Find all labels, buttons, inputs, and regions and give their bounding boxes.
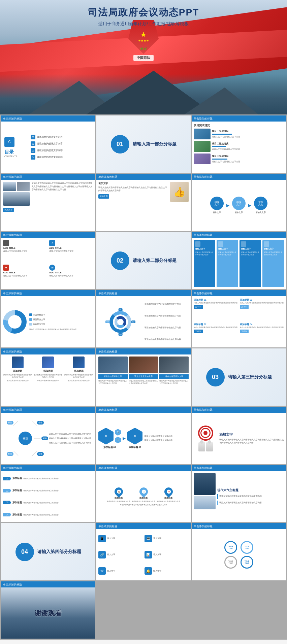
slide-23-icons: 单击添加的标题 📱 输入文字 💻 输入文字 🔗 输入文字 📊 输入文字	[96, 523, 191, 580]
toc-item-3: 03 请添加您的想法文字内容	[31, 148, 93, 153]
slide-9-four-boxes: 单击添加的标题 请输入文字 请输入文字内容请输入文字内容请输入文字 请输入文字 …	[192, 232, 286, 289]
part-04-title: 请输入第四部分分标题	[37, 549, 81, 555]
slide-2-part01: 01 请输入第一部分分标题	[96, 115, 191, 173]
slide-14-three-img: 单击添加的标题 请点击这里添加文字 请输入文字内容请输入文字内容请输入文字内容请…	[96, 348, 191, 406]
part-04-number: 04	[15, 543, 34, 561]
slide-11-spiral: 单击添加的标题 01 02 03 04 请添加您的文	[96, 290, 191, 347]
slide-22-part04: 04 请输入第四部分分标题	[1, 523, 95, 580]
watermark-section: Crit YouR Text	[0, 640, 287, 644]
part-02-number: 02	[111, 251, 129, 270]
slide-1-header: 单击添加的标题	[1, 115, 95, 122]
slide-8-part02: 02 请输入第二部分分标题	[96, 232, 191, 289]
hero-subtitle: 适用于商务通用新年计划/工作汇报/述职等模板	[98, 21, 188, 27]
toc-item-1: 01 请添加您的想法文字内容	[31, 135, 93, 139]
slide-1-header-text: 单击添加的标题	[3, 117, 22, 121]
slide-7-social: 单击添加的标题 ⋯ ADD TITLE 请输入文字内容请输入文字 ↗ ADD T…	[1, 232, 95, 289]
toc-title: 目录	[4, 149, 29, 155]
part-02-title: 请输入第二部分分标题	[133, 258, 177, 264]
slide-16-mindmap: 单击添加的标题 标签 标签 标签	[1, 407, 95, 464]
toc-subtitle: CONTENTS	[4, 155, 29, 158]
mountains-bg	[0, 74, 287, 114]
slide-4-ship: 单击添加的标题 填加文字 请输入文字内容请输入文字内容请输入文字内容请输入文字内…	[1, 174, 95, 231]
toc-item-2: 02 请添加您的想法文字内容	[31, 141, 93, 146]
emblem-text: 中国司法	[133, 55, 154, 61]
slide-grid: 单击添加的标题 C 目录 CONTENTS 01 请添加您的想法文字内容 02 …	[0, 114, 287, 640]
slide-25-thanks: 单击添加的标题 谢谢观看	[1, 581, 95, 639]
slide-13-cards: 单击添加的标题 添加标题 添加文本主体请添加您的文字内容请添加您的文字内容 添加…	[1, 348, 95, 406]
slide-1-body: C 目录 CONTENTS 01 请添加您的想法文字内容 02 请添加您的想法文…	[1, 122, 95, 173]
hero-title: 司法局政府会议动态PPT	[88, 6, 199, 19]
part-01-number: 01	[111, 135, 129, 154]
part-01-title: 请输入第一部分分标题	[133, 141, 177, 147]
watermark-text: Crit YouR Text	[76, 643, 211, 644]
slide-5-columns: 单击添加的标题 填加文字 请输入您的文字内容请输入您的文字内容请输入您的文字内容…	[96, 174, 191, 231]
slide-20-arrows: 单击添加的标题 🏠 添加标题 单击添加入文本单击添加入文本 📄	[96, 465, 191, 522]
hero-section: 司法局政府会议动态PPT 适用于商务通用新年计划/工作汇报/述职等模板 ★ ★★…	[0, 0, 287, 114]
slide-24-your-text: 单击添加的标题 YOURTEXT YOURTEXT YOURTEXT	[192, 523, 286, 580]
slide-10-pie: 单击添加的标题 深蓝部分文字 浅蓝部分文字	[1, 290, 95, 347]
slide-6-circles: 单击添加的标题 填加文字 填加文字 ▶ 填加文字 填加文字 ▶ 请输入文 请输入…	[192, 174, 286, 231]
toc-icon: C	[4, 137, 14, 147]
slide-1-toc: 单击添加的标题 C 目录 CONTENTS 01 请添加您的想法文字内容 02 …	[1, 115, 95, 173]
slide-18-target: 单击添加的标题	[192, 407, 286, 464]
slide-15-part03: 03 请输入第三部分分标题	[192, 348, 286, 406]
part-03-title: 请输入第三部分分标题	[228, 374, 272, 380]
slide-17-hex: 单击添加的标题 ⚙ 🔍 🔧 添加标题 01 ▶	[96, 407, 191, 464]
slide-3-project: 单击添加的标题 项目完成情况 项目一完成情况 请输入文字内容请输入文字内容 项目…	[192, 115, 286, 173]
slide-19-numbered: 单击添加的标题 01 添加标题 请输入文字内容请输入文字内容请输入文字内容 02…	[1, 465, 95, 522]
slide-21-two-col: 单击添加的标题 现代大气主标题 请添加文字内容请添加文字内容请添加文字内容 请添…	[192, 465, 286, 522]
thanks-text: 谢谢观看	[35, 609, 62, 618]
slide-12-quad: 单击添加的标题 添加标题 01 从此人人能从事您的文字内容请添加您的文字内容请添…	[192, 290, 286, 347]
part-03-number: 03	[206, 368, 225, 386]
toc-item-4: 04 请添加您的想法文字内容	[31, 155, 93, 160]
